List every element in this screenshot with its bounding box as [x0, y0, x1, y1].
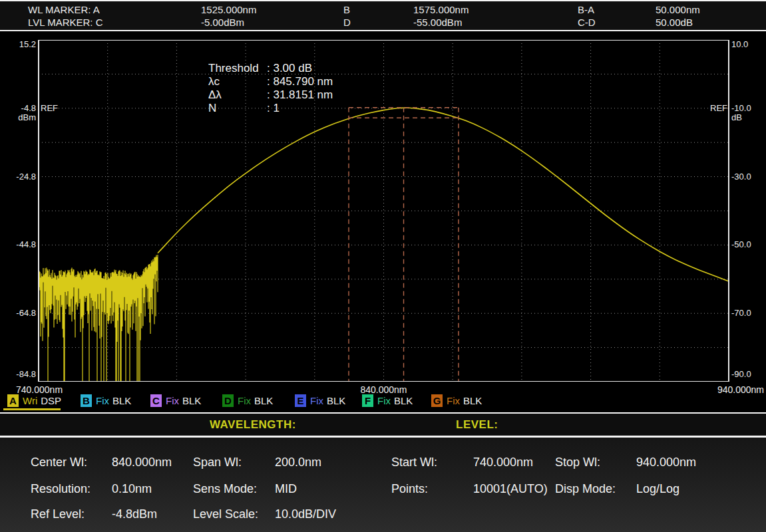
wl-marker-diff-value: 50.000nm — [656, 4, 700, 15]
trace-state: BLK — [254, 394, 273, 408]
wl-marker-b-label: B — [343, 4, 350, 15]
trace-mode: Fix — [238, 394, 251, 408]
active-trace-underline — [3, 408, 61, 410]
marker-bar: WL MARKER: A 1525.000nm B 1575.000nm B-A… — [0, 0, 766, 31]
setting-value: -4.8dBm — [112, 507, 157, 521]
annotation-term: Δλ — [208, 88, 267, 102]
measurement-annotation: Threshold: 3.00 dBλc: 845.790 nmΔλ: 31.8… — [208, 62, 333, 115]
setting-label: Points: — [391, 482, 428, 496]
trace-badge-B: B — [81, 394, 92, 407]
trace-mode: Fix — [447, 394, 460, 408]
setting-value: 740.000nm — [473, 456, 533, 469]
setting-label: Ref Level: — [31, 507, 85, 521]
setting-label: Disp Mode: — [555, 482, 616, 496]
annotation-line: Δλ: 31.8151 nm — [208, 88, 333, 102]
left-axis-tick: -84.8 — [0, 369, 36, 379]
right-ref-label: REF — [694, 103, 727, 113]
section-header: WAVELENGTH: LEVEL: — [0, 412, 766, 438]
left-axis-tick: -4.8 — [0, 103, 36, 113]
trace-mode: Fix — [96, 394, 109, 408]
left-ref-label: REF — [41, 103, 58, 113]
lvl-marker-c-value: -5.00dBm — [201, 17, 244, 28]
trace-badge-C: C — [150, 394, 162, 407]
lvl-marker-diff-label: C-D — [578, 17, 596, 28]
lvl-marker-d-value: -55.00dBm — [413, 17, 462, 28]
setting-label: Stop Wl: — [555, 456, 600, 469]
right-axis-tick: -10.0 — [731, 103, 765, 113]
annotation-value: : 1 — [267, 102, 280, 114]
trace-badge-A: A — [7, 394, 19, 407]
setting-label: Level Scale: — [193, 507, 258, 521]
left-axis-unit: dBm — [0, 112, 36, 122]
wl-marker-b-value: 1575.000nm — [413, 4, 469, 15]
spectrum-trace-a — [158, 108, 729, 281]
setting-value: Log/Log — [636, 482, 679, 496]
trace-row: AWriDSPBFixBLKCFixBLKDFixBLKEFixBLKFFixB… — [0, 394, 766, 412]
trace-item-A[interactable]: AWriDSP — [7, 394, 61, 409]
left-axis-tick: -64.8 — [0, 308, 36, 318]
right-axis-unit: dB — [731, 112, 765, 122]
setting-value: 10001(AUTO) — [473, 482, 548, 496]
setting-label: Sens Mode: — [193, 482, 257, 496]
annotation-line: Threshold: 3.00 dB — [208, 62, 333, 75]
annotation-term: N — [208, 102, 267, 115]
left-axis-tick: 15.2 — [0, 39, 36, 49]
wl-marker-a-value: 1525.000nm — [201, 4, 256, 15]
annotation-value: : 845.790 nm — [267, 75, 333, 88]
right-axis-tick: -30.0 — [731, 172, 765, 182]
right-axis-tick: -90.0 — [731, 369, 765, 379]
annotation-term: Threshold — [208, 62, 267, 75]
trace-state: BLK — [394, 394, 413, 408]
trace-badge-E: E — [295, 394, 306, 407]
setting-value: 940.000nm — [636, 456, 696, 469]
wavelength-section-title: WAVELENGTH: — [210, 418, 296, 432]
trace-state: BLK — [112, 394, 131, 408]
left-axis-tick: -24.8 — [0, 172, 36, 182]
lvl-marker-diff-value: 50.00dB — [656, 17, 693, 28]
settings-panel: Center Wl:840.000nmSpan Wl:200.0nmStart … — [0, 438, 766, 532]
trace-mode: Wri — [23, 394, 37, 408]
annotation-line: λc: 845.790 nm — [208, 75, 333, 88]
setting-label: Resolution: — [31, 482, 91, 496]
trace-state: BLK — [463, 394, 482, 408]
level-section-title: LEVEL: — [456, 418, 498, 432]
setting-value: 10.0dB/DIV — [275, 507, 336, 521]
trace-item-C[interactable]: CFixBLK — [150, 394, 201, 409]
trace-item-B[interactable]: BFixBLK — [81, 394, 131, 409]
trace-mode: Fix — [166, 394, 179, 408]
setting-label: Span Wl: — [193, 456, 242, 469]
setting-label: Center Wl: — [31, 456, 87, 469]
trace-state: BLK — [327, 394, 345, 408]
wl-marker-diff-label: B-A — [578, 4, 594, 15]
trace-item-F[interactable]: FFixBLK — [362, 394, 413, 409]
annotation-value: : 31.8151 nm — [267, 88, 333, 101]
annotation-term: λc — [208, 75, 267, 88]
trace-item-E[interactable]: EFixBLK — [295, 394, 345, 409]
spectrum-plot[interactable] — [0, 31, 766, 394]
setting-label: Start Wl: — [391, 456, 437, 469]
right-axis-tick: -50.0 — [731, 239, 765, 249]
trace-item-D[interactable]: DFixBLK — [222, 394, 273, 409]
lvl-marker-d-label: D — [343, 17, 351, 28]
trace-state: DSP — [41, 394, 61, 408]
setting-value: 0.10nm — [112, 482, 152, 496]
setting-value: 840.000nm — [112, 456, 172, 469]
annotation-value: : 3.00 dB — [267, 62, 312, 74]
trace-badge-G: G — [431, 394, 443, 407]
wl-marker-label: WL MARKER: A — [28, 4, 100, 15]
annotation-line: N: 1 — [208, 102, 333, 115]
trace-mode: Fix — [310, 394, 323, 408]
trace-mode: Fix — [377, 394, 391, 408]
setting-value: 200.0nm — [275, 456, 321, 469]
osa-screen: WL MARKER: A 1525.000nm B 1575.000nm B-A… — [0, 0, 766, 532]
setting-value: MID — [275, 482, 297, 496]
trace-badge-F: F — [362, 394, 373, 407]
trace-state: BLK — [182, 394, 201, 408]
lvl-marker-label: LVL MARKER: C — [28, 17, 103, 28]
trace-badge-D: D — [222, 394, 234, 407]
trace-item-G[interactable]: GFixBLK — [431, 394, 482, 409]
noise-floor-trace — [39, 255, 158, 382]
left-axis-tick: -44.8 — [0, 239, 36, 249]
right-axis-tick: -70.0 — [731, 308, 765, 318]
spectrum-chart[interactable]: 15.2-4.8dBmREF-24.8-44.8-64.8-84.810.0-1… — [0, 31, 766, 394]
